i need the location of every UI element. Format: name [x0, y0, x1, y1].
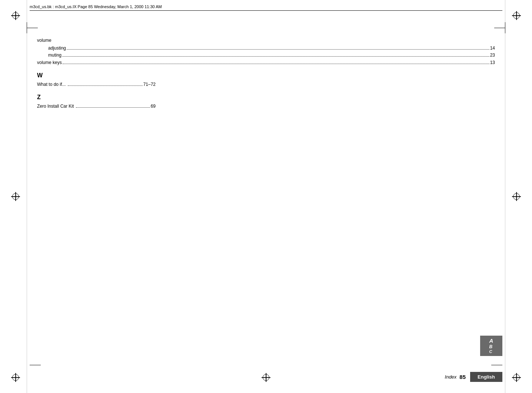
footer-trim-right [491, 365, 502, 365]
trim-top-left-h [27, 28, 38, 28]
adjusting-page: 14 [490, 45, 495, 52]
zero-install-page: 69 [151, 103, 156, 110]
footer-page-number: 85 [459, 374, 466, 380]
trim-top-right-h [494, 28, 505, 28]
header-text: m3cd_us.bk : m3cd_us.IX Page 85 Wednesda… [30, 4, 162, 9]
adjusting-entry: adjusting 14 [37, 45, 495, 52]
what-to-do-page: 71–72 [143, 81, 156, 88]
reg-mark-bottom-left [11, 373, 20, 382]
what-to-do-label: What to do if... [37, 81, 66, 88]
w-section-header: W [37, 72, 495, 79]
abc-logo: A B C [480, 336, 502, 356]
header-bar: m3cd_us.bk : m3cd_us.IX Page 85 Wednesda… [30, 4, 502, 11]
footer-trim-left [30, 365, 41, 365]
muting-entry: muting 23 [37, 52, 495, 59]
volume-entry-parent: volume [37, 37, 495, 44]
trim-top-left-v [27, 22, 27, 33]
zero-install-label: Zero Install Car Kit [37, 103, 74, 110]
volume-keys-label: volume keys [37, 59, 62, 66]
footer-language-text: English [478, 374, 495, 380]
volume-keys-page: 13 [490, 59, 495, 66]
reg-mark-middle-right [512, 192, 521, 201]
reg-mark-middle-left [11, 192, 20, 201]
reg-mark-bottom-right [512, 373, 521, 382]
what-to-do-dots [68, 85, 142, 86]
zero-install-dots [76, 107, 150, 108]
volume-section: volume adjusting 14 muting 23 volume key… [37, 37, 495, 66]
what-to-do-entry: What to do if... 71–72 [37, 81, 156, 88]
left-border [27, 0, 27, 393]
z-section: Z Zero Install Car Kit 69 [37, 94, 495, 110]
z-section-header: Z [37, 94, 495, 101]
zero-install-entry: Zero Install Car Kit 69 [37, 103, 156, 110]
reg-mark-top-right [512, 11, 521, 20]
footer-index-label: Index [445, 374, 457, 380]
adjusting-dots [67, 49, 489, 50]
w-letter: W [37, 72, 43, 78]
volume-keys-dots [63, 64, 489, 64]
volume-label: volume [37, 37, 51, 44]
footer-right: Index 85 English [445, 372, 502, 382]
trim-top-right-v [505, 22, 505, 33]
reg-mark-top-left [11, 11, 20, 20]
muting-label: muting [48, 52, 61, 59]
w-section: W What to do if... 71–72 [37, 72, 495, 88]
adjusting-label: adjusting [48, 45, 66, 52]
right-border [505, 0, 505, 393]
abc-text: A B C [489, 337, 493, 355]
volume-keys-entry: volume keys 13 [37, 59, 495, 66]
main-content: volume adjusting 14 muting 23 volume key… [37, 37, 495, 349]
muting-dots [62, 56, 489, 57]
footer-language-badge: English [470, 372, 502, 382]
z-letter: Z [37, 94, 41, 100]
footer: Index 85 English [30, 372, 502, 382]
muting-page: 23 [490, 52, 495, 59]
